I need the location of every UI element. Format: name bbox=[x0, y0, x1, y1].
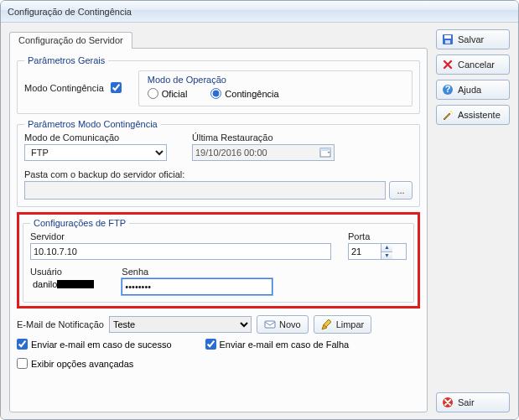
checkbox-advanced-label: Exibir opções avançadas bbox=[31, 359, 133, 369]
radio-contingencia-wrap[interactable]: Contingência bbox=[210, 88, 278, 99]
tabpage-server-config: Parâmetros Gerais Modo Contingência Modo… bbox=[9, 48, 428, 412]
main-column: Configuração do Servidor Parâmetros Gera… bbox=[9, 29, 428, 412]
assistente-button-label: Assistente bbox=[458, 110, 501, 120]
input-backup-folder[interactable] bbox=[24, 181, 386, 200]
svg-rect-1 bbox=[320, 148, 330, 151]
radio-oficial-wrap[interactable]: Oficial bbox=[148, 88, 188, 99]
sair-button-label: Sair bbox=[458, 397, 475, 407]
browse-folder-label: ... bbox=[397, 185, 404, 195]
group-contingency-legend: Parâmetros Modo Contingência bbox=[24, 119, 161, 129]
tabstrip: Configuração do Servidor bbox=[9, 29, 428, 48]
svg-point-8 bbox=[450, 111, 452, 112]
checkbox-email-failure-wrap[interactable]: Enviar e-mail em caso de Falha bbox=[205, 339, 350, 350]
group-ftp-config: Configurações de FTP Servidor Porta bbox=[23, 218, 414, 303]
group-general-legend: Parâmetros Gerais bbox=[24, 55, 108, 65]
sair-button[interactable]: Sair bbox=[436, 392, 510, 412]
checkbox-email-failure[interactable] bbox=[205, 339, 216, 350]
ajuda-button[interactable]: ? Ajuda bbox=[436, 80, 510, 100]
checkbox-email-success-label: Enviar e-mail em caso de sucesso bbox=[31, 340, 172, 350]
label-comm-mode: Modo de Comunicação bbox=[24, 132, 167, 143]
redacted-user-suffix bbox=[57, 280, 94, 288]
group-operation-mode-legend: Modo de Operação bbox=[148, 75, 226, 85]
input-ftp-user-value: danilo bbox=[33, 279, 57, 289]
salvar-button[interactable]: Salvar bbox=[436, 29, 510, 49]
checkbox-email-failure-label: Enviar e-mail em caso de Falha bbox=[220, 340, 350, 350]
combo-comm-mode[interactable]: FTP bbox=[24, 144, 167, 161]
svg-text:?: ? bbox=[445, 84, 451, 94]
novo-button-label: Novo bbox=[279, 319, 301, 329]
checkbox-advanced-wrap[interactable]: Exibir opções avançadas bbox=[17, 358, 420, 369]
radio-contingencia[interactable] bbox=[210, 88, 221, 99]
window: Configuração de Contingência Configuraçã… bbox=[0, 0, 519, 420]
salvar-button-label: Salvar bbox=[458, 34, 484, 44]
novo-button[interactable]: Novo bbox=[257, 315, 309, 334]
group-contingency-params: Parâmetros Modo Contingência Modo de Com… bbox=[17, 119, 420, 207]
label-ftp-server: Servidor bbox=[30, 231, 331, 241]
group-general-params: Parâmetros Gerais Modo Contingência Modo… bbox=[17, 55, 420, 114]
titlebar: Configuração de Contingência bbox=[1, 1, 518, 23]
label-email-notification: E-Mail de Notificação bbox=[17, 319, 104, 329]
exit-icon bbox=[442, 397, 454, 408]
checkbox-email-success-wrap[interactable]: Enviar e-mail em caso de sucesso bbox=[17, 339, 172, 350]
checkbox-advanced[interactable] bbox=[17, 358, 28, 369]
svg-rect-4 bbox=[444, 35, 451, 39]
cancelar-button-label: Cancelar bbox=[458, 60, 495, 70]
ajuda-button-label: Ajuda bbox=[458, 85, 481, 95]
tab-server-config[interactable]: Configuração do Servidor bbox=[9, 32, 132, 49]
group-ftp-legend: Configurações de FTP bbox=[30, 218, 129, 228]
checkbox-email-success[interactable] bbox=[17, 339, 28, 350]
label-modo-contingencia: Modo Contingência bbox=[24, 83, 104, 93]
datetime-last-restore-value: 19/10/2016 00:00 bbox=[195, 148, 267, 158]
radio-oficial-label: Oficial bbox=[162, 89, 188, 99]
input-ftp-password[interactable] bbox=[122, 278, 272, 295]
spin-down-button[interactable]: ▼ bbox=[381, 252, 392, 260]
svg-rect-2 bbox=[265, 321, 275, 328]
label-ftp-user: Usuário bbox=[30, 267, 96, 277]
group-operation-mode: Modo de Operação Oficial Contingência bbox=[138, 70, 413, 106]
save-icon bbox=[442, 34, 454, 45]
radio-oficial[interactable] bbox=[148, 88, 158, 99]
window-title: Configuração de Contingência bbox=[8, 7, 132, 17]
assistente-button[interactable]: Assistente bbox=[436, 105, 510, 125]
broom-icon bbox=[321, 319, 333, 330]
highlight-ftp: Configurações de FTP Servidor Porta bbox=[17, 212, 420, 309]
window-body: Configuração do Servidor Parâmetros Gera… bbox=[1, 23, 518, 419]
input-ftp-server[interactable] bbox=[30, 243, 331, 260]
label-last-restore: Última Restauração bbox=[192, 132, 335, 143]
spin-ftp-port[interactable]: ▲ ▼ bbox=[348, 243, 407, 260]
limpar-button-label: Limpar bbox=[336, 319, 365, 329]
input-ftp-user[interactable]: danilo bbox=[30, 278, 96, 290]
wizard-icon bbox=[442, 109, 454, 121]
radio-contingencia-label: Contingência bbox=[225, 89, 278, 99]
side-buttons-column: Salvar Cancelar ? Ajuda Assistente Sair bbox=[436, 29, 510, 412]
browse-folder-button[interactable]: ... bbox=[389, 181, 413, 200]
datetime-last-restore[interactable]: 19/10/2016 00:00 bbox=[192, 144, 335, 161]
mail-new-icon bbox=[264, 319, 276, 330]
label-ftp-password: Senha bbox=[122, 267, 272, 277]
svg-rect-5 bbox=[445, 40, 450, 44]
label-backup-folder: Pasta com o backup do servidor oficial: bbox=[24, 169, 184, 179]
calendar-dropdown-icon[interactable] bbox=[319, 147, 331, 158]
spin-up-button[interactable]: ▲ bbox=[381, 244, 392, 252]
checkbox-modo-contingencia[interactable] bbox=[111, 82, 122, 93]
cancel-icon bbox=[442, 59, 454, 70]
label-ftp-port: Porta bbox=[348, 231, 407, 241]
help-icon: ? bbox=[442, 84, 454, 96]
combo-email-notification[interactable]: Teste bbox=[109, 316, 252, 333]
svg-point-9 bbox=[452, 112, 453, 113]
input-ftp-port[interactable] bbox=[349, 244, 381, 259]
limpar-button[interactable]: Limpar bbox=[314, 315, 372, 334]
cancelar-button[interactable]: Cancelar bbox=[436, 54, 510, 75]
